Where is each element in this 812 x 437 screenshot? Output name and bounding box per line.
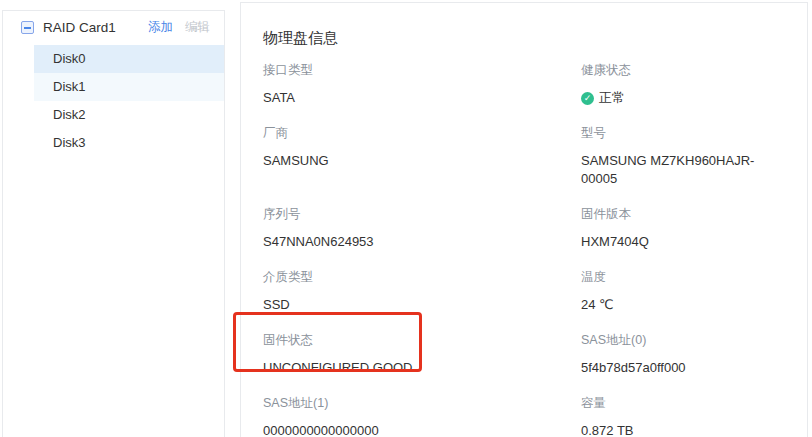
field-value: ✓ 正常: [581, 89, 787, 107]
field-label: 健康状态: [581, 61, 787, 79]
field-value: 0.872 TB: [581, 422, 787, 437]
field-value: SSD: [263, 296, 581, 314]
field-vendor: 厂商 SAMSUNG: [263, 124, 581, 188]
field-temperature: 温度 24 ℃: [581, 268, 787, 314]
field-sas-address-1: SAS地址(1) 0000000000000000: [263, 394, 581, 437]
minus-glyph: [24, 27, 31, 29]
sidebar-item-disk3[interactable]: Disk3: [34, 129, 224, 157]
field-value: 24 ℃: [581, 296, 787, 314]
edit-link[interactable]: 编辑: [185, 19, 210, 36]
field-value: HXM7404Q: [581, 233, 787, 251]
field-value: UNCONFIGURED GOOD: [263, 359, 581, 377]
field-health-status: 健康状态 ✓ 正常: [581, 61, 787, 107]
field-value: SAMSUNG: [263, 152, 581, 170]
raid-card-label: RAID Card1: [43, 20, 148, 35]
sidebar-item-disk1[interactable]: Disk1: [34, 73, 224, 101]
physical-disk-info-panel: 物理盘信息 接口类型 SATA 健康状态 ✓ 正常 厂商 SAMSUNG 型号 …: [240, 2, 808, 437]
sidebar-item-disk0[interactable]: Disk0: [34, 45, 224, 73]
field-value: S47NNA0N624953: [263, 233, 581, 251]
check-circle-icon: ✓: [581, 92, 594, 105]
disk-list: Disk0 Disk1 Disk2 Disk3: [3, 45, 224, 157]
field-label: 固件状态: [263, 331, 581, 349]
tree-actions: 添加 编辑: [148, 19, 210, 36]
page-title: 物理盘信息: [263, 29, 787, 48]
field-value: SAMSUNG MZ7KH960HAJR-00005: [581, 152, 787, 188]
field-media-type: 介质类型 SSD: [263, 268, 581, 314]
field-sas-address-0: SAS地址(0) 5f4b78d57a0ff000: [581, 331, 787, 377]
field-value: 5f4b78d57a0ff000: [581, 359, 787, 377]
field-label: 固件版本: [581, 205, 787, 223]
field-value: SATA: [263, 89, 581, 107]
field-label: 容量: [581, 394, 787, 412]
field-label: SAS地址(0): [581, 331, 787, 349]
field-label: 序列号: [263, 205, 581, 223]
field-label: 型号: [581, 124, 787, 142]
sidebar-item-disk2[interactable]: Disk2: [34, 101, 224, 129]
field-label: 介质类型: [263, 268, 581, 286]
field-label: 接口类型: [263, 61, 581, 79]
field-interface-type: 接口类型 SATA: [263, 61, 581, 107]
field-label: 温度: [581, 268, 787, 286]
add-link[interactable]: 添加: [148, 19, 173, 36]
tree-node-raid-card[interactable]: RAID Card1 添加 编辑: [3, 11, 224, 43]
sidebar-panel: RAID Card1 添加 编辑 Disk0 Disk1 Disk2 Disk3: [2, 10, 225, 437]
collapse-minus-icon[interactable]: [21, 21, 34, 34]
field-firmware-version: 固件版本 HXM7404Q: [581, 205, 787, 251]
field-label: 厂商: [263, 124, 581, 142]
field-capacity: 容量 0.872 TB: [581, 394, 787, 437]
field-serial-number: 序列号 S47NNA0N624953: [263, 205, 581, 251]
field-firmware-state: 固件状态 UNCONFIGURED GOOD: [263, 331, 581, 377]
field-label: SAS地址(1): [263, 394, 581, 412]
field-value: 0000000000000000: [263, 422, 581, 437]
health-status-text: 正常: [599, 89, 625, 107]
field-model: 型号 SAMSUNG MZ7KH960HAJR-00005: [581, 124, 787, 188]
field-grid: 接口类型 SATA 健康状态 ✓ 正常 厂商 SAMSUNG 型号 SAMSUN…: [263, 61, 787, 437]
